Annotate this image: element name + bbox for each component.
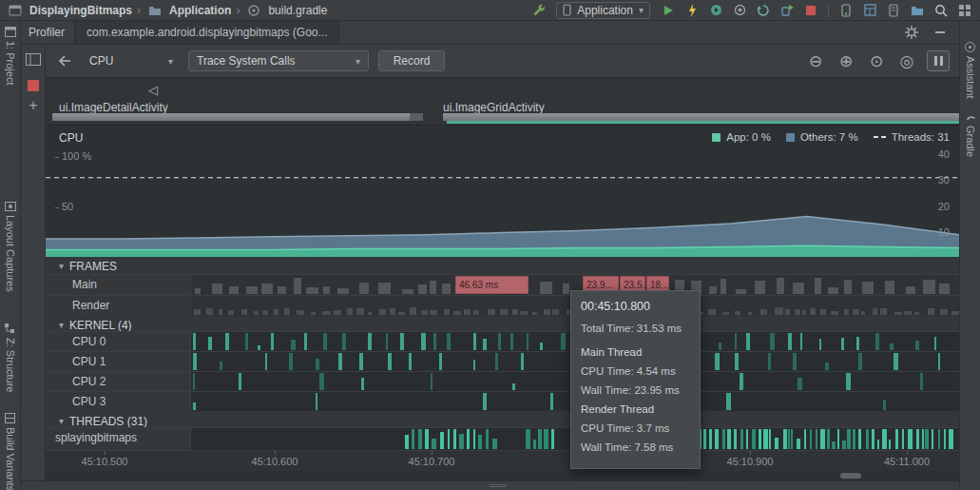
slow-frame[interactable]: 46.63 ms bbox=[455, 276, 528, 294]
sidebar-item-project[interactable]: 1: Project bbox=[0, 27, 20, 85]
frame-bar[interactable] bbox=[862, 282, 874, 294]
frame-bar[interactable] bbox=[453, 311, 461, 315]
frame-bar[interactable] bbox=[831, 311, 839, 316]
frame-bar[interactable] bbox=[368, 312, 372, 315]
stop-icon[interactable] bbox=[801, 1, 820, 20]
breadcrumb-file[interactable]: build.gradle bbox=[268, 4, 327, 17]
frame-bar[interactable] bbox=[311, 312, 316, 315]
frame-bar[interactable] bbox=[347, 308, 354, 315]
frame-bar[interactable] bbox=[322, 311, 331, 316]
frame-bar[interactable] bbox=[785, 309, 790, 315]
zoom-to-selection-icon[interactable]: ◎ bbox=[896, 51, 917, 70]
pause-live-button[interactable] bbox=[927, 50, 950, 71]
frame-bar[interactable] bbox=[206, 308, 213, 315]
frame-bar[interactable] bbox=[940, 309, 948, 316]
frame-bar[interactable] bbox=[709, 286, 718, 294]
coverage-icon[interactable] bbox=[730, 1, 749, 20]
frame-bar[interactable] bbox=[844, 280, 852, 294]
frame-bar[interactable] bbox=[748, 312, 752, 315]
monitor-select[interactable]: CPU ▾ bbox=[84, 50, 179, 71]
kernel-cpu-row[interactable]: CPU 1 bbox=[46, 351, 959, 371]
frame-bar[interactable] bbox=[540, 282, 552, 294]
frame-bar[interactable] bbox=[195, 288, 201, 294]
frame-bar[interactable] bbox=[379, 309, 386, 315]
record-button[interactable]: Record bbox=[378, 50, 445, 71]
frame-bar[interactable] bbox=[398, 312, 405, 315]
frame-bar[interactable] bbox=[421, 310, 427, 315]
device-manager-icon[interactable] bbox=[836, 1, 855, 20]
frame-bar[interactable] bbox=[430, 310, 437, 315]
frame-bar[interactable] bbox=[873, 308, 877, 315]
frame-bar[interactable] bbox=[861, 311, 866, 315]
reset-zoom-icon[interactable]: ⊙ bbox=[866, 51, 887, 70]
hide-panel-icon[interactable] bbox=[931, 23, 950, 42]
sidebar-item-assistant[interactable]: Assistant bbox=[960, 42, 980, 99]
frame-bar[interactable] bbox=[820, 309, 826, 315]
threads-section-header[interactable]: ▾ THREADS (31) bbox=[59, 414, 147, 428]
frame-bar[interactable] bbox=[736, 289, 746, 294]
frame-bar[interactable] bbox=[228, 310, 234, 315]
frame-bar[interactable] bbox=[212, 284, 223, 294]
frame-bar[interactable] bbox=[520, 311, 528, 316]
scrollbar-thumb[interactable] bbox=[840, 473, 861, 479]
frame-bar[interactable] bbox=[284, 308, 290, 315]
new-session-button[interactable]: + bbox=[21, 99, 46, 112]
sidebar-item-structure[interactable]: Z: Structure bbox=[0, 323, 20, 392]
frame-bar[interactable] bbox=[356, 308, 364, 315]
frame-bar[interactable] bbox=[229, 286, 239, 294]
frame-bar[interactable] bbox=[262, 310, 268, 315]
kernel-cpu-row[interactable]: CPU 0 bbox=[46, 331, 959, 351]
frame-bar[interactable] bbox=[735, 311, 741, 315]
frame-bar[interactable] bbox=[294, 278, 301, 294]
sync-project-icon[interactable] bbox=[754, 1, 773, 20]
frame-bar[interactable] bbox=[563, 284, 569, 294]
frame-bar[interactable] bbox=[442, 284, 451, 294]
breadcrumb-project[interactable]: DisplayingBitmaps bbox=[29, 4, 132, 17]
frame-bar[interactable] bbox=[853, 309, 859, 315]
threads-main-thread-row[interactable]: splayingbitmaps bbox=[46, 427, 959, 450]
sessions-panel-icon[interactable] bbox=[21, 53, 46, 66]
frame-bar[interactable] bbox=[241, 309, 247, 315]
frame-bar[interactable] bbox=[708, 309, 716, 315]
frame-bar[interactable] bbox=[894, 312, 902, 316]
frames-main-row[interactable]: Main 46.63 ms23.9...23.5...18.... bbox=[46, 274, 959, 295]
trace-type-select[interactable]: Trace System Calls ▾ bbox=[188, 50, 369, 71]
frame-bar[interactable] bbox=[464, 309, 471, 315]
profile-app-icon[interactable] bbox=[706, 1, 725, 20]
frame-bar[interactable] bbox=[274, 309, 279, 315]
frame-bar[interactable] bbox=[885, 281, 895, 294]
frame-bar[interactable] bbox=[261, 284, 273, 294]
frame-bar[interactable] bbox=[552, 309, 559, 315]
frame-bar[interactable] bbox=[246, 286, 258, 294]
cpu-usage-chart[interactable]: CPU 100 % 50 40302010 App: 0 %Others: 7 … bbox=[46, 126, 959, 257]
frame-bar[interactable] bbox=[297, 310, 304, 315]
frame-bar[interactable] bbox=[810, 308, 816, 315]
frame-bar[interactable] bbox=[951, 311, 959, 315]
frame-bar[interactable] bbox=[844, 309, 849, 315]
frame-bar[interactable] bbox=[444, 309, 450, 315]
search-icon[interactable] bbox=[932, 1, 951, 20]
frame-bar[interactable] bbox=[793, 283, 804, 295]
frame-bar[interactable] bbox=[430, 281, 436, 294]
frame-bar[interactable] bbox=[410, 307, 416, 315]
frame-bar[interactable] bbox=[777, 278, 784, 294]
frame-bar[interactable] bbox=[721, 279, 726, 294]
frame-bar[interactable] bbox=[334, 310, 341, 315]
sidebar-item-layout-captures[interactable]: Layout Captures bbox=[0, 202, 20, 292]
activity-label[interactable]: ui.ImageDetailActivity bbox=[59, 101, 168, 114]
run-button[interactable] bbox=[659, 1, 678, 20]
frame-bar[interactable] bbox=[923, 280, 934, 294]
frame-bar[interactable] bbox=[488, 309, 495, 315]
kernel-cpu-row[interactable]: CPU 3 bbox=[46, 391, 959, 411]
frames-render-row[interactable]: Render bbox=[46, 295, 959, 316]
frame-bar[interactable] bbox=[390, 308, 396, 315]
frame-bar[interactable] bbox=[795, 309, 800, 315]
frame-bar[interactable] bbox=[760, 309, 767, 316]
frame-bar[interactable] bbox=[532, 312, 537, 315]
frame-bar[interactable] bbox=[722, 312, 729, 315]
sidebar-item-build-variants[interactable]: Build Variants bbox=[0, 413, 20, 490]
layout-inspector-icon[interactable] bbox=[860, 1, 879, 20]
session-tab[interactable]: com.example.android.displayingbitmaps (G… bbox=[74, 21, 339, 44]
splitter-grip[interactable] bbox=[490, 484, 507, 487]
frame-bar[interactable] bbox=[755, 281, 765, 294]
